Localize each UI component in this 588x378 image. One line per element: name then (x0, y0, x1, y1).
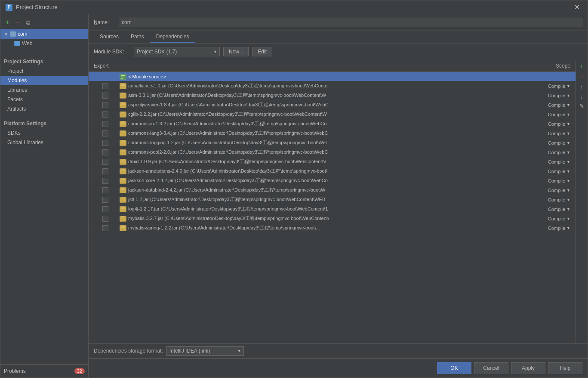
dep-checkbox-12[interactable] (102, 187, 108, 193)
dep-scope-label-7: Compile (548, 140, 565, 146)
dep-checkbox-6[interactable] (102, 130, 108, 136)
dep-checkbox-5[interactable] (102, 121, 108, 127)
sidebar-item-modules[interactable]: Modules (0, 76, 88, 85)
sidebar-item-sdks[interactable]: SDKs (0, 128, 88, 138)
dep-icon-3 (120, 102, 126, 108)
sidebar-item-global-libraries[interactable]: Global Libraries (0, 138, 88, 147)
right-panel: Name: Sources Paths Dependencies Module … (89, 14, 588, 378)
dep-row-5[interactable]: commons-io-1.3.2.jar (C:\Users\Administr… (89, 119, 576, 129)
jar-icon-16 (120, 225, 126, 231)
jar-file-icon-15 (120, 216, 126, 221)
dep-row-9[interactable]: druid-1.0.9.jar (C:\Users\Administrator\… (89, 157, 576, 167)
dep-row-3[interactable]: aspectjweaver-1.8.4.jar (C:\Users\Admini… (89, 100, 576, 110)
tree-item-web[interactable]: Web (0, 39, 88, 48)
dep-checkbox-4[interactable] (102, 112, 108, 118)
dep-row-16[interactable]: mybatis-spring-1.2.2.jar (C:\Users\Admin… (89, 223, 576, 233)
remove-module-button[interactable]: − (14, 18, 21, 27)
dep-export-col-10 (94, 168, 120, 174)
dep-scope-arrow-2: ▼ (566, 93, 570, 98)
dep-checkbox-7[interactable] (102, 140, 108, 146)
sidebar-item-libraries[interactable]: Libraries (0, 85, 88, 95)
svg-rect-4 (120, 84, 126, 89)
tab-sources[interactable]: Sources (94, 31, 125, 43)
add-module-button[interactable]: + (4, 18, 11, 27)
name-label: Name: (94, 19, 115, 25)
name-input[interactable] (119, 18, 582, 27)
cancel-button[interactable]: Cancel (474, 362, 508, 374)
tab-paths[interactable]: Paths (125, 31, 150, 43)
dep-scope-label-12: Compile (548, 188, 565, 193)
deps-col-scope: Scope (527, 60, 570, 71)
dep-row-15[interactable]: mybatis-3.2.7.jar (C:\Users\Administrato… (89, 214, 576, 223)
close-button[interactable]: ✕ (572, 2, 582, 12)
dep-row-11[interactable]: jackson-core-2.4.2.jar (C:\Users\Adminis… (89, 176, 576, 186)
help-button[interactable]: Help (548, 362, 582, 374)
dep-name-8: commons-pool2-2.0.jar (C:\Users\Administ… (128, 149, 536, 155)
dep-scope-2: Compile ▼ (536, 93, 570, 98)
dep-row-6[interactable]: commons-lang3-3.4.jar (C:\Users\Administ… (89, 129, 576, 138)
dep-row-4[interactable]: cglib-2.2.2.jar (C:\Users\Administrator\… (89, 110, 576, 119)
dep-checkbox-14[interactable] (102, 206, 108, 212)
dep-row-0[interactable]: < Module source> (89, 72, 576, 81)
sidebar-item-project[interactable]: Project (0, 66, 88, 76)
dep-row-13[interactable]: jstl-1.2.jar (C:\Users\Administrator\Des… (89, 195, 576, 204)
dep-scope-9: Compile ▼ (536, 159, 570, 164)
dep-row-10[interactable]: jackson-annotations-2.4.0.jar (C:\Users\… (89, 167, 576, 176)
dep-name-15: mybatis-3.2.7.jar (C:\Users\Administrato… (128, 215, 536, 222)
svg-rect-50 (121, 226, 125, 227)
sdk-select[interactable]: Project SDK (1.7) (134, 47, 220, 56)
dep-row-1[interactable]: aopalliance-1.0.jar (C:\Users\Administra… (89, 81, 576, 91)
dep-row-12[interactable]: jackson-databind-2.4.2.jar (C:\Users\Adm… (89, 186, 576, 195)
dep-checkbox-9[interactable] (102, 159, 108, 165)
name-label-n: N (94, 19, 98, 25)
title-bar-left: P Project Structure (6, 4, 58, 11)
sidebar-item-artifacts[interactable]: Artifacts (0, 104, 88, 114)
tab-dependencies[interactable]: Dependencies (150, 31, 195, 43)
new-sdk-button[interactable]: New... (223, 47, 249, 56)
dep-scope-arrow-3: ▼ (566, 103, 570, 107)
dep-checkbox-15[interactable] (102, 216, 108, 222)
sidebar-item-facets[interactable]: Facets (0, 95, 88, 104)
add-dep-button[interactable]: + (577, 61, 587, 71)
move-up-button[interactable]: ↑ (577, 83, 587, 92)
jar-icon-13 (120, 197, 126, 203)
dep-checkbox-11[interactable] (102, 178, 108, 184)
jar-icon-15 (120, 216, 126, 222)
dep-scope-arrow-10: ▼ (566, 169, 570, 174)
copy-module-button[interactable]: ⧉ (24, 18, 32, 27)
svg-rect-46 (120, 217, 126, 221)
dep-row-2[interactable]: asm-3.3.1.jar (C:\Users\Administrator\De… (89, 91, 576, 100)
dep-icon-12 (120, 187, 126, 193)
dep-checkbox-1[interactable] (102, 83, 108, 89)
dep-checkbox-8[interactable] (102, 149, 108, 155)
move-down-button[interactable]: ↓ (577, 92, 587, 101)
svg-rect-35 (121, 178, 125, 180)
storage-format-select[interactable]: IntelliJ IDEA (.iml) (166, 346, 244, 356)
ok-button[interactable]: OK (437, 362, 471, 374)
edit-sdk-button[interactable]: Edit (252, 47, 272, 56)
dep-checkbox-2[interactable] (102, 93, 108, 99)
dep-row-7[interactable]: commons-logging-1.2.jar (C:\Users\Admini… (89, 138, 576, 148)
svg-rect-25 (120, 151, 126, 155)
tree-item-com[interactable]: ▼ com (0, 29, 88, 39)
dep-icon-5 (120, 121, 126, 127)
dep-name-9: druid-1.0.9.jar (C:\Users\Administrator\… (128, 158, 536, 165)
jar-file-icon-4 (120, 112, 126, 117)
dep-icon-8 (120, 149, 126, 155)
dep-scope-1: Compile ▼ (536, 84, 570, 89)
apply-button[interactable]: Apply (511, 362, 545, 374)
dep-row-14[interactable]: log4j-1.2.17.jar (C:\Users\Administrator… (89, 204, 576, 214)
svg-rect-32 (121, 169, 125, 170)
dep-checkbox-3[interactable] (102, 102, 108, 108)
dep-scope-14: Compile ▼ (536, 207, 570, 212)
dep-name-14: log4j-1.2.17.jar (C:\Users\Administrator… (128, 206, 536, 212)
edit-dep-button[interactable]: ✎ (577, 102, 587, 111)
svg-rect-40 (120, 198, 126, 202)
dep-checkbox-10[interactable] (102, 168, 108, 174)
dep-row-8[interactable]: commons-pool2-2.0.jar (C:\Users\Administ… (89, 148, 576, 157)
remove-dep-button[interactable]: − (577, 72, 587, 82)
jar-file-icon-2 (120, 93, 126, 98)
dep-scope-arrow-4: ▼ (566, 112, 570, 117)
dep-checkbox-13[interactable] (102, 197, 108, 203)
dep-checkbox-16[interactable] (102, 225, 108, 231)
